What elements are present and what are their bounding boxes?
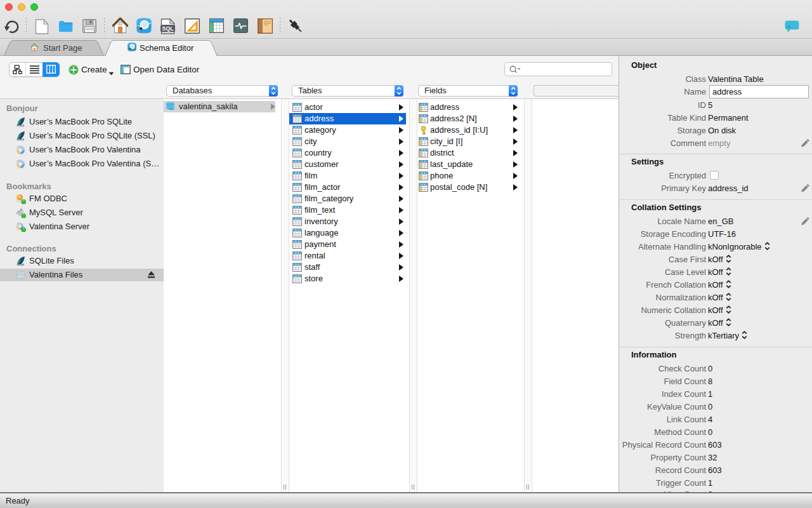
- svg-text:Start Page: Start Page: [43, 43, 82, 53]
- svg-text:SQL: SQL: [162, 25, 174, 32]
- svg-text:Schema Editor: Schema Editor: [140, 43, 194, 53]
